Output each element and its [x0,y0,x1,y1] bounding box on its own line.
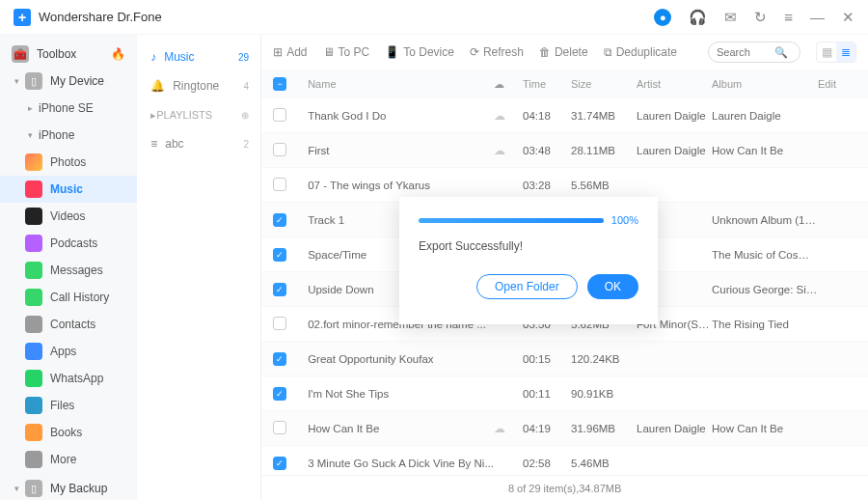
sidebar-device-iphone[interactable]: ▾ iPhone [0,122,137,149]
contacts-icon [25,316,42,333]
sidebar-my-backup[interactable]: ▾ ▯ My Backup [0,475,137,500]
playlist-icon: ≡ [150,137,157,151]
cell-album: The Music of Cosmos [712,249,818,261]
sidebar-label: Files [50,399,74,412]
ok-button[interactable]: OK [587,274,638,299]
search-input[interactable] [717,46,774,58]
row-checkbox[interactable]: ✓ [273,457,286,470]
cell-album: The Rising Tied [712,319,818,330]
chevron-right-icon: ▸ [25,103,35,113]
search-box[interactable]: 🔍 [708,42,800,63]
cell-time: 00:11 [523,388,571,400]
sidebar-label: Contacts [50,318,95,331]
more-icon [25,451,42,468]
row-checkbox[interactable]: ✓ [273,248,286,262]
sidebar-item-contacts[interactable]: Contacts [0,311,137,338]
toolbar-add[interactable]: ⊞Add [273,45,307,59]
cell-name: 07 - The wings of Ykarus [302,180,494,191]
sidebar-item-videos[interactable]: Videos [0,203,137,230]
row-checkbox[interactable] [273,178,286,191]
cell-size: 28.11MB [571,145,637,156]
sidebar-device-iphone-se[interactable]: ▸ iPhone SE [0,95,137,122]
open-folder-button[interactable]: Open Folder [476,274,578,299]
toolbar: ⊞Add 🖥To PC 📱To Device ⟳Refresh 🗑Delete … [261,35,868,69]
books-icon [25,424,42,441]
sidebar-my-device[interactable]: ▾ ▯ My Device [0,68,137,95]
col-name[interactable]: Name [302,78,494,90]
midcol-music[interactable]: ♪ Music 29 [137,42,260,71]
minimize-button[interactable]: — [810,9,825,25]
row-checkbox[interactable] [273,108,286,122]
plus-icon: ⊞ [273,45,283,59]
grid-view-button[interactable]: ▦ [817,42,836,62]
sidebar-label: Photos [50,155,86,169]
sidebar-item-music[interactable]: Music [0,176,137,203]
account-icon[interactable]: ● [654,9,671,26]
sidebar-label: My Backup [50,482,107,495]
row-checkbox[interactable] [273,421,286,434]
sidebar-item-podcasts[interactable]: Podcasts [0,230,137,257]
row-checkbox[interactable]: ✓ [273,283,286,296]
row-checkbox[interactable]: ✓ [273,352,286,366]
headset-icon[interactable]: 🎧 [689,9,707,26]
sidebar-item-whatsapp[interactable]: WhatsApp [0,365,137,392]
table-row[interactable]: Thank God I Do☁04:1831.74MBLauren Daigle… [261,98,868,133]
row-checkbox[interactable]: ✓ [273,387,286,401]
cloud-icon: ☁ [494,422,523,435]
col-artist[interactable]: Artist [637,78,712,90]
toolbar-delete[interactable]: 🗑Delete [539,45,588,59]
music-note-icon: ♪ [150,50,156,64]
sidebar-item-call-history[interactable]: Call History [0,284,137,311]
mail-icon[interactable]: ✉ [724,9,737,26]
sidebar: 🧰 Toolbox 🔥 ▾ ▯ My Device ▸ iPhone SE ▾ … [0,35,137,500]
table-row[interactable]: How Can It Be☁04:1931.96MBLauren DaigleH… [261,411,868,446]
toolbar-refresh[interactable]: ⟳Refresh [470,45,524,59]
midcol-ringtone[interactable]: 🔔 Ringtone 4 [137,71,260,100]
cell-album: Lauren Daigle [712,110,818,122]
cell-time: 02:58 [523,458,571,469]
app-logo-icon: + [14,9,31,26]
sidebar-item-apps[interactable]: Apps [0,338,137,365]
toolbar-to-pc[interactable]: 🖥To PC [323,45,370,59]
col-size[interactable]: Size [571,78,637,90]
row-checkbox[interactable] [273,143,286,156]
search-icon: 🔍 [774,46,788,59]
table-row[interactable]: First☁03:4828.11MBLauren DaigleHow Can I… [261,133,868,168]
sidebar-item-files[interactable]: Files [0,392,137,419]
history-icon[interactable]: ↻ [754,9,767,26]
col-album[interactable]: Album [712,78,818,90]
sidebar-item-books[interactable]: Books [0,419,137,446]
table-row[interactable]: ✓I'm Not She Tips00:1190.91KB [261,376,868,411]
midcol-playlist-abc[interactable]: ≡ abc 2 [137,129,260,158]
table-row[interactable]: ✓3 Minute Go Suck A Dick Vine By Ni...02… [261,446,868,475]
cell-time: 04:18 [523,110,571,122]
col-time[interactable]: Time [523,78,571,90]
cell-name: Great Opportunity Koufax [302,353,494,365]
row-checkbox[interactable] [273,317,286,330]
cloud-icon: ☁ [494,144,523,157]
list-view-button[interactable]: ≣ [836,42,855,62]
cell-artist: Lauren Daigle [637,110,712,122]
add-playlist-icon[interactable]: ⊕ [241,110,249,121]
select-all-checkbox[interactable]: − [273,77,286,91]
app-title: Wondershare Dr.Fone [39,10,162,24]
sidebar-item-messages[interactable]: Messages [0,257,137,284]
podcasts-icon [25,235,42,252]
sidebar-item-more[interactable]: More [0,446,137,473]
progress-percent: 100% [611,214,638,226]
toolbar-deduplicate[interactable]: ⧉Deduplicate [604,45,677,59]
table-row[interactable]: ✓Great Opportunity Koufax00:15120.24KB [261,342,868,376]
sidebar-item-photos[interactable]: Photos [0,149,137,176]
col-edit[interactable]: Edit [818,78,856,90]
sidebar-toolbox[interactable]: 🧰 Toolbox 🔥 [0,41,137,68]
toolbar-to-device[interactable]: 📱To Device [385,45,454,59]
row-checkbox[interactable]: ✓ [273,213,286,227]
cell-time: 04:19 [523,423,571,434]
progress-fill [419,218,604,223]
chevron-down-icon: ▾ [25,130,35,140]
list-menu-icon[interactable]: ≡ [784,9,793,25]
count-badge: 2 [244,139,250,150]
midcol-playlists-header: ▸ PLAYLISTS ⊕ [137,100,260,129]
close-button[interactable]: ✕ [842,9,854,26]
videos-icon [25,208,42,225]
